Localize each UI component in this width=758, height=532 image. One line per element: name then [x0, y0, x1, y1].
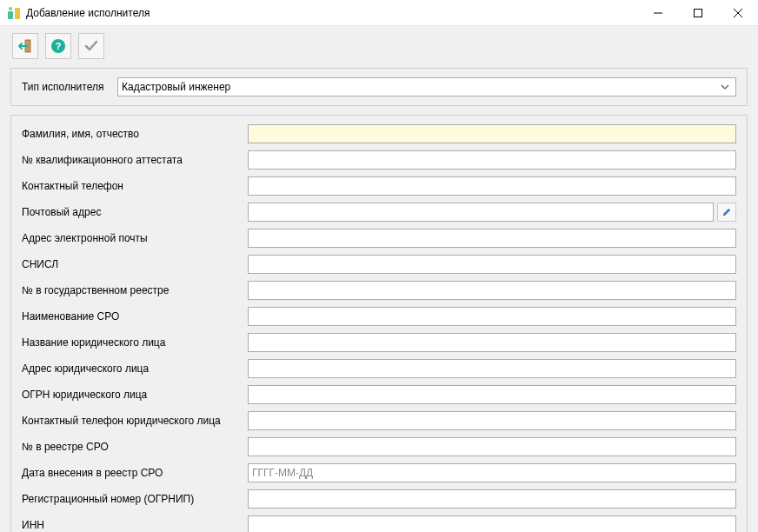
confirm-button[interactable]: [78, 33, 104, 59]
fio-label: Фамилия, имя, отчество: [22, 128, 248, 140]
govreg-input[interactable]: [248, 281, 736, 300]
legalAddr-label: Адрес юридического лица: [22, 362, 248, 375]
window-controls: [638, 0, 758, 25]
svg-rect-0: [8, 11, 13, 19]
sroReg-label: № в реестре СРО: [22, 441, 248, 453]
window-title: Добавление исполнителя: [26, 7, 150, 19]
sroName-label: Наименование СРО: [22, 310, 248, 323]
svg-rect-3: [695, 9, 702, 17]
legalPhone-label: Контактный телефон юридического лица: [22, 415, 248, 427]
type-select-value: Кадастровый инженер: [122, 81, 718, 93]
help-button[interactable]: ?: [45, 33, 71, 59]
type-label: Тип исполнителя: [22, 81, 117, 93]
app-icon: [7, 6, 21, 20]
svg-text:?: ?: [56, 41, 62, 51]
ogrn-label: ОГРН юридического лица: [22, 389, 248, 401]
inn-input[interactable]: [248, 515, 736, 532]
snils-input[interactable]: [248, 255, 736, 274]
exit-button[interactable]: [12, 33, 38, 59]
legalName-label: Название юридического лица: [22, 336, 248, 349]
post-edit-button[interactable]: [717, 203, 736, 222]
sroDate-label: Дата внесения в реестр СРО: [22, 467, 248, 479]
post-input[interactable]: [248, 203, 714, 222]
legalPhone-input[interactable]: [248, 411, 736, 430]
legalName-input[interactable]: [248, 333, 736, 352]
content: Тип исполнителя Кадастровый инженер Фами…: [0, 61, 758, 532]
toolbar: ?: [0, 26, 758, 61]
fio-input[interactable]: [248, 124, 736, 143]
post-label: Почтовый адрес: [22, 206, 248, 218]
phone-label: Контактный телефон: [22, 180, 248, 192]
govreg-label: № в государственном реестре: [22, 284, 248, 296]
svg-rect-1: [15, 8, 20, 19]
close-button[interactable]: [718, 0, 758, 25]
svg-point-2: [9, 7, 12, 10]
chevron-down-icon: [718, 83, 732, 91]
email-label: Адрес электронной почты: [22, 232, 248, 244]
phone-input[interactable]: [248, 176, 736, 196]
ogrn-input[interactable]: [248, 385, 736, 404]
type-group: Тип исполнителя Кадастровый инженер: [10, 68, 748, 106]
inn-label: ИНН: [22, 519, 248, 531]
cert-input[interactable]: [248, 150, 736, 170]
type-select[interactable]: Кадастровый инженер: [117, 77, 736, 96]
snils-label: СНИСЛ: [22, 258, 248, 270]
titlebar: Добавление исполнителя: [0, 0, 758, 26]
sroName-input[interactable]: [248, 307, 736, 326]
ogrnip-label: Регистрационный номер (ОГРНИП): [22, 493, 248, 505]
ogrnip-input[interactable]: [248, 489, 736, 509]
maximize-button[interactable]: [678, 0, 718, 25]
email-input[interactable]: [248, 229, 736, 248]
sroDate-input[interactable]: [248, 463, 736, 482]
sroReg-input[interactable]: [248, 437, 736, 456]
legalAddr-input[interactable]: [248, 359, 736, 378]
cert-label: № квалификационного аттестата: [22, 154, 248, 166]
minimize-button[interactable]: [638, 0, 678, 25]
fields-group: Фамилия, имя, отчество № квалификационно…: [10, 115, 748, 532]
